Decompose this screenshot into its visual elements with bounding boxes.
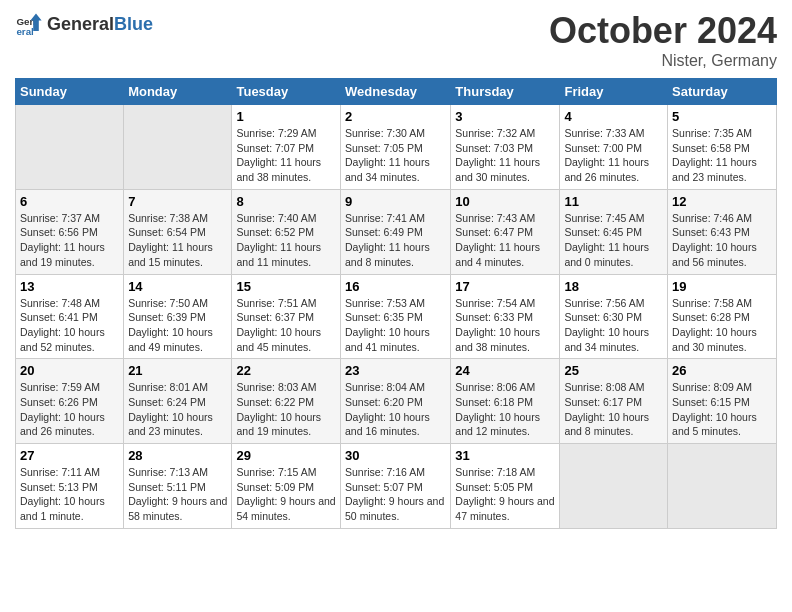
weekday-header-sunday: Sunday xyxy=(16,79,124,105)
calendar-cell: 26Sunrise: 8:09 AMSunset: 6:15 PMDayligh… xyxy=(668,359,777,444)
weekday-header-saturday: Saturday xyxy=(668,79,777,105)
calendar-cell: 20Sunrise: 7:59 AMSunset: 6:26 PMDayligh… xyxy=(16,359,124,444)
day-detail: Sunrise: 7:35 AMSunset: 6:58 PMDaylight:… xyxy=(672,126,772,185)
day-detail: Sunrise: 7:13 AMSunset: 5:11 PMDaylight:… xyxy=(128,465,227,524)
calendar-cell: 16Sunrise: 7:53 AMSunset: 6:35 PMDayligh… xyxy=(341,274,451,359)
day-number: 15 xyxy=(236,279,336,294)
day-detail: Sunrise: 7:46 AMSunset: 6:43 PMDaylight:… xyxy=(672,211,772,270)
calendar-cell: 29Sunrise: 7:15 AMSunset: 5:09 PMDayligh… xyxy=(232,444,341,529)
day-detail: Sunrise: 7:50 AMSunset: 6:39 PMDaylight:… xyxy=(128,296,227,355)
day-detail: Sunrise: 8:01 AMSunset: 6:24 PMDaylight:… xyxy=(128,380,227,439)
day-number: 18 xyxy=(564,279,663,294)
calendar-cell: 7Sunrise: 7:38 AMSunset: 6:54 PMDaylight… xyxy=(124,189,232,274)
svg-text:eral: eral xyxy=(16,26,34,37)
day-detail: Sunrise: 7:32 AMSunset: 7:03 PMDaylight:… xyxy=(455,126,555,185)
day-number: 12 xyxy=(672,194,772,209)
calendar-cell: 15Sunrise: 7:51 AMSunset: 6:37 PMDayligh… xyxy=(232,274,341,359)
day-detail: Sunrise: 7:51 AMSunset: 6:37 PMDaylight:… xyxy=(236,296,336,355)
calendar-week-row: 27Sunrise: 7:11 AMSunset: 5:13 PMDayligh… xyxy=(16,444,777,529)
logo-icon: Gen eral xyxy=(15,10,43,38)
page-header: Gen eral General Blue October 2024 Niste… xyxy=(15,10,777,70)
calendar-week-row: 20Sunrise: 7:59 AMSunset: 6:26 PMDayligh… xyxy=(16,359,777,444)
day-number: 17 xyxy=(455,279,555,294)
calendar-week-row: 1Sunrise: 7:29 AMSunset: 7:07 PMDaylight… xyxy=(16,105,777,190)
day-detail: Sunrise: 8:08 AMSunset: 6:17 PMDaylight:… xyxy=(564,380,663,439)
day-detail: Sunrise: 8:03 AMSunset: 6:22 PMDaylight:… xyxy=(236,380,336,439)
day-number: 13 xyxy=(20,279,119,294)
weekday-header-thursday: Thursday xyxy=(451,79,560,105)
calendar-cell: 3Sunrise: 7:32 AMSunset: 7:03 PMDaylight… xyxy=(451,105,560,190)
calendar-cell: 9Sunrise: 7:41 AMSunset: 6:49 PMDaylight… xyxy=(341,189,451,274)
day-number: 11 xyxy=(564,194,663,209)
day-detail: Sunrise: 7:43 AMSunset: 6:47 PMDaylight:… xyxy=(455,211,555,270)
day-detail: Sunrise: 7:16 AMSunset: 5:07 PMDaylight:… xyxy=(345,465,446,524)
day-number: 30 xyxy=(345,448,446,463)
day-number: 4 xyxy=(564,109,663,124)
day-detail: Sunrise: 7:38 AMSunset: 6:54 PMDaylight:… xyxy=(128,211,227,270)
day-number: 6 xyxy=(20,194,119,209)
day-detail: Sunrise: 7:33 AMSunset: 7:00 PMDaylight:… xyxy=(564,126,663,185)
calendar-cell: 1Sunrise: 7:29 AMSunset: 7:07 PMDaylight… xyxy=(232,105,341,190)
day-number: 28 xyxy=(128,448,227,463)
day-number: 1 xyxy=(236,109,336,124)
calendar-cell: 2Sunrise: 7:30 AMSunset: 7:05 PMDaylight… xyxy=(341,105,451,190)
calendar-cell: 11Sunrise: 7:45 AMSunset: 6:45 PMDayligh… xyxy=(560,189,668,274)
day-number: 14 xyxy=(128,279,227,294)
day-detail: Sunrise: 7:37 AMSunset: 6:56 PMDaylight:… xyxy=(20,211,119,270)
day-detail: Sunrise: 7:45 AMSunset: 6:45 PMDaylight:… xyxy=(564,211,663,270)
calendar-cell xyxy=(560,444,668,529)
calendar-cell: 23Sunrise: 8:04 AMSunset: 6:20 PMDayligh… xyxy=(341,359,451,444)
weekday-header-monday: Monday xyxy=(124,79,232,105)
day-number: 27 xyxy=(20,448,119,463)
day-detail: Sunrise: 7:40 AMSunset: 6:52 PMDaylight:… xyxy=(236,211,336,270)
day-detail: Sunrise: 7:53 AMSunset: 6:35 PMDaylight:… xyxy=(345,296,446,355)
day-number: 22 xyxy=(236,363,336,378)
calendar-cell xyxy=(668,444,777,529)
day-detail: Sunrise: 7:18 AMSunset: 5:05 PMDaylight:… xyxy=(455,465,555,524)
calendar-cell: 12Sunrise: 7:46 AMSunset: 6:43 PMDayligh… xyxy=(668,189,777,274)
calendar-cell: 19Sunrise: 7:58 AMSunset: 6:28 PMDayligh… xyxy=(668,274,777,359)
calendar-cell: 31Sunrise: 7:18 AMSunset: 5:05 PMDayligh… xyxy=(451,444,560,529)
calendar-cell: 27Sunrise: 7:11 AMSunset: 5:13 PMDayligh… xyxy=(16,444,124,529)
calendar-cell: 17Sunrise: 7:54 AMSunset: 6:33 PMDayligh… xyxy=(451,274,560,359)
weekday-header-tuesday: Tuesday xyxy=(232,79,341,105)
day-number: 21 xyxy=(128,363,227,378)
day-number: 10 xyxy=(455,194,555,209)
day-number: 2 xyxy=(345,109,446,124)
logo-general-text: General xyxy=(47,14,114,35)
calendar-cell: 4Sunrise: 7:33 AMSunset: 7:00 PMDaylight… xyxy=(560,105,668,190)
day-detail: Sunrise: 8:06 AMSunset: 6:18 PMDaylight:… xyxy=(455,380,555,439)
day-detail: Sunrise: 7:29 AMSunset: 7:07 PMDaylight:… xyxy=(236,126,336,185)
day-number: 31 xyxy=(455,448,555,463)
title-block: October 2024 Nister, Germany xyxy=(549,10,777,70)
day-number: 5 xyxy=(672,109,772,124)
calendar-week-row: 13Sunrise: 7:48 AMSunset: 6:41 PMDayligh… xyxy=(16,274,777,359)
day-detail: Sunrise: 7:56 AMSunset: 6:30 PMDaylight:… xyxy=(564,296,663,355)
calendar-table: SundayMondayTuesdayWednesdayThursdayFrid… xyxy=(15,78,777,529)
location-subtitle: Nister, Germany xyxy=(549,52,777,70)
day-detail: Sunrise: 7:15 AMSunset: 5:09 PMDaylight:… xyxy=(236,465,336,524)
day-detail: Sunrise: 7:59 AMSunset: 6:26 PMDaylight:… xyxy=(20,380,119,439)
day-detail: Sunrise: 7:41 AMSunset: 6:49 PMDaylight:… xyxy=(345,211,446,270)
day-number: 3 xyxy=(455,109,555,124)
day-detail: Sunrise: 7:11 AMSunset: 5:13 PMDaylight:… xyxy=(20,465,119,524)
day-detail: Sunrise: 7:54 AMSunset: 6:33 PMDaylight:… xyxy=(455,296,555,355)
calendar-body: 1Sunrise: 7:29 AMSunset: 7:07 PMDaylight… xyxy=(16,105,777,529)
calendar-cell: 22Sunrise: 8:03 AMSunset: 6:22 PMDayligh… xyxy=(232,359,341,444)
logo-blue-text: Blue xyxy=(114,14,153,35)
calendar-cell: 14Sunrise: 7:50 AMSunset: 6:39 PMDayligh… xyxy=(124,274,232,359)
weekday-header-row: SundayMondayTuesdayWednesdayThursdayFrid… xyxy=(16,79,777,105)
day-number: 25 xyxy=(564,363,663,378)
calendar-cell: 21Sunrise: 8:01 AMSunset: 6:24 PMDayligh… xyxy=(124,359,232,444)
weekday-header-friday: Friday xyxy=(560,79,668,105)
calendar-cell: 28Sunrise: 7:13 AMSunset: 5:11 PMDayligh… xyxy=(124,444,232,529)
day-number: 19 xyxy=(672,279,772,294)
calendar-cell xyxy=(124,105,232,190)
calendar-cell: 10Sunrise: 7:43 AMSunset: 6:47 PMDayligh… xyxy=(451,189,560,274)
day-number: 16 xyxy=(345,279,446,294)
day-number: 8 xyxy=(236,194,336,209)
day-number: 23 xyxy=(345,363,446,378)
day-detail: Sunrise: 8:09 AMSunset: 6:15 PMDaylight:… xyxy=(672,380,772,439)
day-number: 9 xyxy=(345,194,446,209)
weekday-header-wednesday: Wednesday xyxy=(341,79,451,105)
